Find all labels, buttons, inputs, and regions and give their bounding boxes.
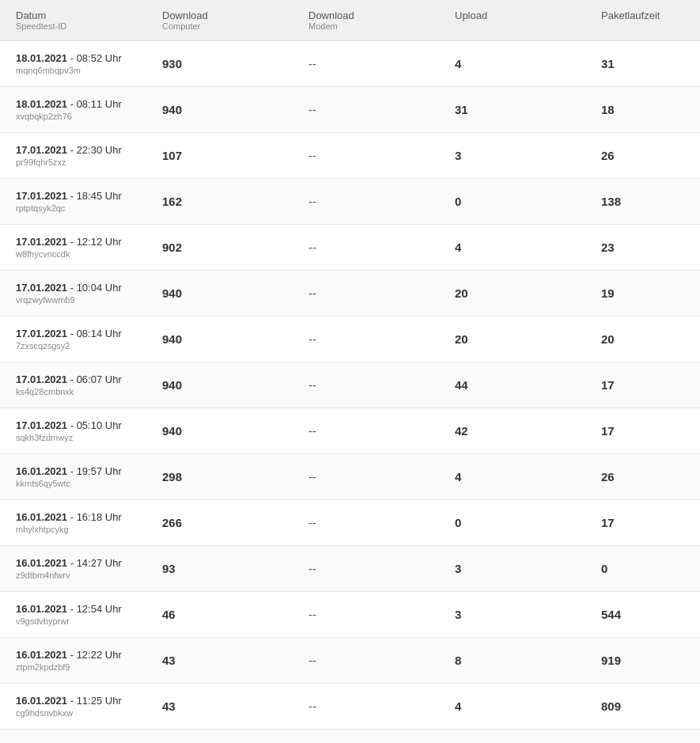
upload-value: 3 (448, 146, 595, 165)
packet-value: 26 (595, 146, 691, 165)
header-datum-main: Datum (16, 9, 149, 21)
header-dl-modem-main: Download (308, 9, 442, 21)
packet-value: 26 (595, 467, 691, 487)
date-bold: 17.01.2021 (16, 328, 67, 339)
date-bold: 17.01.2021 (16, 236, 67, 248)
table-row: 18.01.2021 - 08:52 Uhr mqnq6mbqpv3m 930 … (0, 41, 700, 87)
date-cell: 17.01.2021 - 12:12 Uhr w8fhycvnccdk (9, 233, 156, 262)
upload-value: 3 (448, 559, 595, 578)
upload-value: 3 (448, 605, 595, 624)
dl-modem-value: -- (302, 650, 448, 670)
upload-value: 4 (448, 696, 595, 716)
date-bold: 17.01.2021 (16, 419, 67, 431)
dl-computer-value: 93 (156, 559, 302, 578)
date-time-text: - 18:45 Uhr (67, 190, 122, 202)
date-cell: 18.01.2021 - 08:52 Uhr mqnq6mbqpv3m (9, 49, 156, 78)
dl-modem-value: -- (302, 283, 448, 303)
packet-value: 23 (595, 237, 691, 257)
table-row: 16.01.2021 - 11:25 Uhr cg9hdsnvbkxw 43 -… (0, 684, 700, 730)
date-bold: 16.01.2021 (16, 695, 67, 707)
upload-value: 31 (448, 100, 595, 119)
date-time: 17.01.2021 - 10:04 Uhr (16, 282, 149, 294)
date-time-text: - 11:25 Uhr (67, 695, 122, 707)
upload-value: 0 (448, 191, 595, 211)
dl-modem-value: -- (302, 54, 448, 74)
date-bold: 16.01.2021 (16, 511, 67, 523)
date-time: 17.01.2021 - 06:07 Uhr (16, 373, 149, 385)
date-time: 16.01.2021 - 12:54 Uhr (16, 603, 149, 615)
speedtest-id: vrqzwyfwwmb9 (16, 295, 149, 305)
speedtest-id: kkmts6qy5wtc (16, 479, 149, 488)
speedtest-id: rptptqsyk2qc (16, 203, 149, 213)
dl-modem-value: -- (302, 605, 448, 624)
dl-modem-value: -- (302, 467, 448, 487)
upload-value: 44 (448, 375, 595, 395)
date-cell: 17.01.2021 - 10:04 Uhr vrqzwyfwwmb9 (9, 279, 156, 308)
dl-computer-value: 940 (156, 329, 302, 349)
date-time-text: - 05:10 Uhr (67, 419, 122, 431)
packet-value: 544 (595, 605, 691, 624)
dl-computer-value: 940 (156, 283, 302, 303)
speedtest-id: xvqbqkp2zh76 (16, 112, 149, 121)
speedtest-id: z9dtbm4nfwrv (16, 571, 149, 580)
date-time: 18.01.2021 - 08:52 Uhr (16, 52, 149, 64)
packet-value: 0 (595, 559, 691, 578)
date-bold: 16.01.2021 (16, 557, 67, 569)
dl-modem-value: -- (302, 100, 448, 119)
date-time: 16.01.2021 - 12:22 Uhr (16, 649, 149, 661)
header-dl-computer-sub: Computer (162, 21, 296, 31)
date-time-text: - 19:57 Uhr (67, 465, 122, 477)
dl-modem-value: -- (302, 559, 448, 578)
upload-value: 4 (448, 54, 595, 74)
date-time-text: - 08:14 Uhr (67, 328, 122, 339)
dl-computer-value: 46 (156, 605, 302, 624)
date-time: 17.01.2021 - 22:30 Uhr (16, 144, 149, 156)
upload-value: 4 (448, 237, 595, 257)
dl-computer-value: 940 (156, 100, 302, 119)
date-cell: 17.01.2021 - 18:45 Uhr rptptqsyk2qc (9, 187, 156, 216)
speedtest-id: 7zxscqzsgsy2 (16, 341, 149, 351)
speedtest-id: mhylxhtpcykg (16, 525, 149, 534)
date-bold: 16.01.2021 (16, 603, 67, 615)
date-bold: 18.01.2021 (16, 98, 67, 110)
date-time-text: - 22:30 Uhr (67, 144, 122, 156)
date-bold: 17.01.2021 (16, 373, 67, 385)
dl-computer-value: 298 (156, 467, 302, 487)
date-cell: 17.01.2021 - 22:30 Uhr pr99fqhr5zxz (9, 141, 156, 170)
table-row: 17.01.2021 - 22:30 Uhr pr99fqhr5zxz 107 … (0, 133, 700, 179)
date-cell: 16.01.2021 - 10:49 Uhr n6qbx92ttcws (9, 737, 156, 743)
speedtest-id: sqkh3fzdmwyz (16, 433, 149, 442)
upload-value: 8 (448, 650, 595, 670)
dl-computer-value: 940 (156, 375, 302, 395)
date-bold: 16.01.2021 (16, 649, 67, 661)
speedtest-id: w8fhycvnccdk (16, 249, 149, 259)
packet-value: 18 (595, 100, 691, 119)
dl-modem-value: -- (302, 421, 448, 441)
dl-modem-value: -- (302, 513, 448, 533)
dl-computer-value: 930 (156, 54, 302, 74)
packet-value: 809 (595, 696, 691, 716)
date-time: 16.01.2021 - 11:25 Uhr (16, 695, 149, 707)
table-row: 18.01.2021 - 08:11 Uhr xvqbqkp2zh76 940 … (0, 87, 700, 133)
packet-value: 17 (595, 375, 691, 395)
dl-modem-value: -- (302, 191, 448, 211)
table-row: 17.01.2021 - 18:45 Uhr rptptqsyk2qc 162 … (0, 179, 700, 225)
header-datum: Datum Speedtest-ID (9, 6, 156, 34)
date-bold: 17.01.2021 (16, 282, 67, 294)
speedtest-id: pr99fqhr5zxz (16, 157, 149, 167)
packet-value: 31 (595, 54, 691, 74)
date-cell: 16.01.2021 - 14:27 Uhr z9dtbm4nfwrv (9, 554, 156, 583)
date-cell: 17.01.2021 - 05:10 Uhr sqkh3fzdmwyz (9, 416, 156, 445)
date-time: 17.01.2021 - 08:14 Uhr (16, 328, 149, 339)
header-upload-main: Upload (455, 9, 588, 21)
dl-computer-value: 162 (156, 191, 302, 211)
upload-value: 20 (448, 283, 595, 303)
date-time-text: - 14:27 Uhr (67, 557, 122, 569)
speedtest-table: Datum Speedtest-ID Download Computer Dow… (0, 0, 700, 743)
table-row: 16.01.2021 - 10:49 Uhr n6qbx92ttcws 46 -… (0, 730, 700, 743)
packet-value: 919 (595, 650, 691, 670)
date-time: 17.01.2021 - 05:10 Uhr (16, 419, 149, 431)
date-bold: 16.01.2021 (16, 465, 67, 477)
date-bold: 18.01.2021 (16, 52, 67, 64)
header-dl-computer-main: Download (162, 9, 296, 21)
